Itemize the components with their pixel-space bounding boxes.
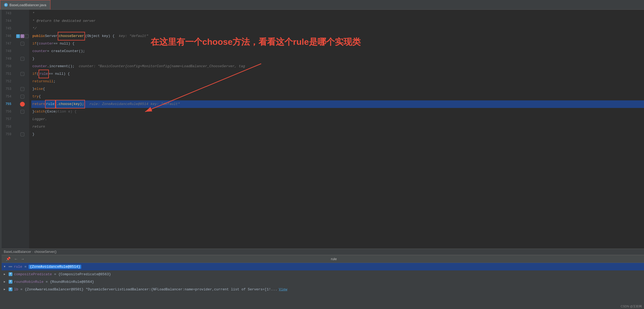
pin-button[interactable]: 📌 <box>5 256 12 262</box>
line-num-758: 758 <box>2 123 13 131</box>
code-line-757: Logger. <box>31 116 644 123</box>
line-num-759: 759 <box>2 131 13 138</box>
line-num-753: 753 <box>2 85 13 93</box>
code-line-751: if ( rule == null) { <box>31 70 644 78</box>
gutter-cell-745 <box>16 25 29 32</box>
line-num-754: 754 <box>2 93 13 100</box>
expand-arrow-rrr[interactable]: ▶ <box>4 280 7 283</box>
line-num-747: 747 <box>2 40 13 47</box>
line-num-757: 757 <box>2 116 13 123</box>
back-button[interactable]: ← <box>14 256 18 262</box>
debug-header: 📌 ← → rule <box>2 255 644 263</box>
debug-row-compositepredicate[interactable]: ▶ f compositePredicate = {CompositePredi… <box>2 270 644 278</box>
fold-icon[interactable]: − <box>25 34 29 38</box>
code-line-744: * @return the dedicated server <box>31 17 644 25</box>
var-value-rrr: {RoundRobinRule@8564} <box>50 280 94 284</box>
gutter-cell-748 <box>16 47 29 55</box>
gutter-cell-746[interactable]: ↑ ↓ − <box>16 32 29 40</box>
line-num-746: 746 <box>2 32 13 40</box>
step-into-icon: ↓ <box>21 34 24 38</box>
expand-arrow-lb[interactable]: ▶ <box>4 288 7 291</box>
line-num-748: 748 <box>2 47 13 55</box>
status-text: CSDN @互联网 <box>621 305 642 308</box>
line-numbers: 743 744 745 746 747 748 749 750 751 752 … <box>2 10 16 249</box>
breadcrumb-bar: BaseLoadBalancer › chooseServer() <box>2 249 644 255</box>
field-icon-rrr: f <box>9 280 12 284</box>
line-num-745: 745 <box>2 25 13 32</box>
var-value-rule: {ZoneAvoidanceRule@8514} <box>29 265 81 269</box>
var-value-cp: {CompositePredicate@8563} <box>58 272 111 276</box>
gutter-cell-759: − <box>16 131 29 138</box>
fold-icon-749[interactable]: − <box>21 57 24 61</box>
infinity-icon-rule: ∞∞ <box>9 265 12 268</box>
line-num-751: 751 <box>2 70 13 78</box>
fold-icon-751[interactable]: − <box>21 72 24 76</box>
line-num-750: 750 <box>2 63 13 70</box>
code-line-758: return <box>31 123 644 131</box>
gutter-cell-758 <box>16 123 29 131</box>
var-value-lb: {ZoneAwareLoadBalancer@8501} "DynamicSer… <box>25 287 277 291</box>
line-num-743: 743 <box>2 10 13 17</box>
code-line-756: } catch (Exce ption e) { <box>31 108 644 116</box>
gutter-cell-752 <box>16 78 29 85</box>
step-over-icon: ↑ <box>16 34 20 38</box>
code-line-743: * <box>31 10 644 17</box>
status-bar: CSDN @互联网 <box>619 304 644 309</box>
eq-rule: = <box>24 265 26 269</box>
debug-row-rule[interactable]: ▼ ∞∞ rule = {ZoneAvoidanceRule@8514} <box>2 263 644 270</box>
java-file-icon: C <box>4 3 8 7</box>
debug-row-roundrobinrule[interactable]: ▶ f roundRobinRule = {RoundRobinRule@856… <box>2 278 644 286</box>
gutter-cell-757 <box>16 116 29 123</box>
forward-button[interactable]: → <box>20 256 25 262</box>
breadcrumb-class[interactable]: BaseLoadBalancer <box>4 250 31 254</box>
debug-table: ▼ ∞∞ rule = {ZoneAvoidanceRule@8514} ▶ f… <box>2 263 644 309</box>
code-line-755: return rule .choose(key); rule: ZoneAvoi… <box>31 100 644 108</box>
gutter-cell-755 <box>16 100 29 108</box>
main-area: 743 744 745 746 747 748 749 750 751 752 … <box>0 10 644 309</box>
gutter-cell-749: − <box>16 55 29 63</box>
code-line-747: if ( counter == null) { <box>31 40 644 47</box>
expand-arrow-rule[interactable]: ▼ <box>4 265 7 268</box>
gutter-cell-751: − <box>16 70 29 78</box>
var-name-lb: lb <box>14 287 18 291</box>
line-num-752: 752 <box>2 78 13 85</box>
field-icon-lb: f <box>9 287 12 291</box>
gutter-cell-743 <box>16 10 29 17</box>
breadcrumb-method[interactable]: chooseServer() <box>34 250 56 254</box>
var-name-cp: compositePredicate <box>14 272 52 276</box>
line-num-749: 749 <box>2 55 13 63</box>
fold-icon-753[interactable]: − <box>21 87 24 91</box>
code-area[interactable]: 743 744 745 746 747 748 749 750 751 752 … <box>2 10 644 309</box>
gutter-cell-754: − <box>16 93 29 100</box>
gutter-cell-747: − <box>16 40 29 47</box>
debug-row-lb[interactable]: ▶ f lb = {ZoneAwareLoadBalancer@8501} "D… <box>2 286 644 293</box>
view-link-lb[interactable]: View <box>279 287 287 291</box>
fold-icon-747[interactable]: − <box>21 42 24 46</box>
line-num-756: 756 <box>2 108 13 116</box>
gutter-icons: ↑ ↓ − − − − − <box>16 10 29 249</box>
gutter-cell-744 <box>16 17 29 25</box>
line-num-755: 755 <box>2 100 13 108</box>
code-line-746: public Server chooseServer (Object key) … <box>31 32 644 40</box>
code-line-753: } else { <box>31 85 644 93</box>
code-line-752: return null ; <box>31 78 644 85</box>
code-line-749: } <box>31 55 644 63</box>
var-name-rule: rule <box>14 265 22 269</box>
code-line-754: try { <box>31 93 644 100</box>
gutter-cell-756: − <box>16 108 29 116</box>
expand-arrow-cp[interactable]: ▶ <box>4 273 7 276</box>
tab-baseloadbalancer[interactable]: C BaseLoadBalancer.java <box>0 0 50 9</box>
tab-label: BaseLoadBalancer.java <box>9 3 46 7</box>
debug-panel-label: rule <box>27 257 641 261</box>
fold-icon-754[interactable]: − <box>21 95 24 99</box>
tab-bar: C BaseLoadBalancer.java <box>0 0 644 10</box>
code-line-750: counter .increment(); counter: "BasicCou… <box>31 63 644 70</box>
breakpoint-icon[interactable] <box>20 102 25 107</box>
fold-icon-756[interactable]: − <box>21 110 24 114</box>
code-line-748: counter = createCounter(); <box>31 47 644 55</box>
field-icon-cp: f <box>9 272 12 276</box>
fold-icon-759[interactable]: − <box>21 133 24 136</box>
code-lines[interactable]: * * @return the dedicated server */ publ… <box>29 10 644 249</box>
code-line-759: } <box>31 131 644 138</box>
debug-panel: 📌 ← → rule ▼ ∞∞ rule = {ZoneAvoidanceRul… <box>2 255 644 309</box>
